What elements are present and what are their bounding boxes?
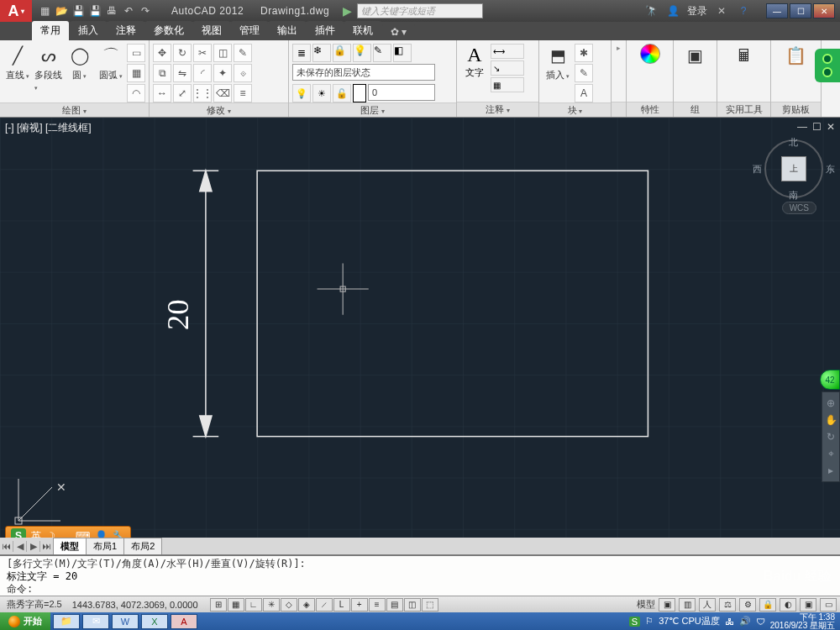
help-search-input[interactable]: 键入关键字或短语 [357, 3, 483, 18]
save-icon[interactable]: 💾 [71, 3, 86, 18]
tray-shield-icon[interactable]: 🛡 [756, 617, 765, 627]
side-bubble[interactable]: 42 [820, 370, 840, 390]
status-ws-icon[interactable]: ⚙ [739, 598, 756, 612]
polyline-button[interactable]: ᔕ多段线 [34, 44, 64, 92]
status-layout-icon[interactable]: ▣ [659, 598, 675, 612]
calc-button[interactable]: 🖩 [729, 44, 759, 67]
leader-icon[interactable]: ↘ [491, 60, 524, 76]
command-window[interactable]: [多行文字(M)/文字(T)/角度(A)/水平(H)/垂直(V)/旋转(R)]:… [0, 554, 840, 596]
layer-off-icon[interactable]: 💡 [353, 44, 371, 62]
arc-button[interactable]: ⌒圆弧 [96, 44, 125, 81]
palette-icon[interactable] [640, 44, 660, 64]
ellipse-icon[interactable]: ◠ [127, 84, 145, 102]
stretch-icon[interactable]: ↔ [153, 84, 171, 102]
mirror-icon[interactable]: ⇋ [173, 64, 192, 82]
close-button[interactable]: ✕ [813, 3, 835, 18]
circle-button[interactable]: ◯圆 [66, 44, 95, 81]
status-lock-icon[interactable]: 🔒 [759, 598, 776, 612]
rectangle-icon[interactable]: ▭ [127, 44, 145, 62]
grid-toggle[interactable]: ▦ [228, 598, 244, 612]
exchange-icon[interactable]: ✕ [714, 3, 729, 18]
paste-button[interactable]: 📋 [781, 44, 811, 67]
canvas[interactable]: 20 [0, 118, 840, 564]
layer-color-swatch[interactable] [353, 84, 366, 102]
explode-icon[interactable]: ✦ [213, 64, 232, 82]
orbit-icon[interactable]: ↻ [827, 431, 835, 443]
rotate-icon[interactable]: ↻ [173, 44, 192, 62]
layer-current-combo[interactable]: 0 [368, 84, 435, 101]
sheet-layout1[interactable]: 布局1 [86, 538, 124, 555]
tray-vol-icon[interactable]: 🔊 [739, 616, 751, 627]
layer-match-icon[interactable]: ✎ [373, 44, 391, 62]
status-hw-icon[interactable]: ◐ [780, 598, 796, 612]
new-icon[interactable]: ▦ [37, 3, 52, 18]
move-icon[interactable]: ✥ [153, 44, 171, 62]
dyn-toggle[interactable]: + [351, 598, 368, 612]
view-cube[interactable]: 北 南 西 东 上 [764, 139, 823, 198]
attr-block-icon[interactable]: A [575, 84, 593, 102]
undo-icon[interactable]: ↶ [121, 3, 136, 18]
tab-online[interactable]: 联机 [344, 21, 381, 40]
tab-plugins[interactable]: 插件 [307, 21, 344, 40]
tab-parametric[interactable]: 参数化 [145, 21, 192, 40]
app-menu-button[interactable]: A [0, 0, 32, 22]
user-icon[interactable]: 👤 [665, 3, 680, 18]
layer-lock2-icon[interactable]: 🔓 [333, 84, 351, 102]
hatch-icon[interactable]: ▦ [127, 64, 145, 82]
redo-icon[interactable]: ↷ [138, 3, 153, 18]
qp-toggle[interactable]: ◫ [404, 598, 421, 612]
osnap-toggle[interactable]: ◇ [281, 598, 297, 612]
status-iso-icon[interactable]: ▣ [800, 598, 816, 612]
tab-insert[interactable]: 插入 [70, 21, 107, 40]
login-link[interactable]: 登录 [687, 4, 707, 18]
otrack-toggle[interactable]: ⟋ [316, 598, 333, 612]
copy-icon[interactable]: ⧉ [153, 64, 171, 82]
tray-flag-icon[interactable]: ⚐ [645, 616, 654, 627]
fillet-icon[interactable]: ◜ [193, 64, 212, 82]
tab-home[interactable]: 常用 [32, 21, 69, 40]
line-button[interactable]: ╱直线 [3, 44, 33, 81]
snap-toggle[interactable]: ⊞ [210, 598, 227, 612]
layer-iso-icon[interactable]: ◧ [393, 44, 412, 62]
help-icon[interactable]: ? [736, 3, 751, 18]
layer-lock-icon[interactable]: 🔒 [333, 44, 351, 62]
offset-icon[interactable]: ◫ [213, 44, 232, 62]
tab-extra-icon[interactable]: ✿ ▾ [382, 24, 415, 40]
task-autocad[interactable]: A [171, 614, 197, 629]
tpy-toggle[interactable]: ▤ [386, 598, 403, 612]
tray-clock[interactable]: 下午 1:38 2016/9/23 星期五 [770, 613, 835, 630]
status-scale-icon[interactable]: ⚖ [719, 598, 736, 612]
ducs-toggle[interactable]: L [333, 598, 350, 612]
open-icon[interactable]: 📂 [54, 3, 69, 18]
sheet-prev-icon[interactable]: ◀ [13, 541, 27, 552]
tray-sogou-icon[interactable]: S [629, 617, 640, 627]
sc-toggle[interactable]: ⬚ [422, 598, 438, 612]
status-clean-icon[interactable]: ▭ [820, 598, 837, 612]
status-space[interactable]: 模型 [637, 598, 655, 611]
text-button[interactable]: A文字 [460, 44, 489, 79]
showmotion-icon[interactable]: ▸ [828, 465, 833, 476]
status-ann-icon[interactable]: 人 [699, 598, 716, 612]
create-block-icon[interactable]: ✱ [575, 44, 593, 62]
edit-block-icon[interactable]: ✎ [575, 64, 593, 82]
modify-extra3-icon[interactable]: ≡ [234, 84, 252, 102]
pan-icon[interactable]: ✋ [825, 414, 837, 426]
saveas-icon[interactable]: 💾 [87, 3, 102, 18]
panel-collapsed[interactable]: ▸ [612, 40, 627, 117]
trim-icon[interactable]: ✂ [193, 44, 212, 62]
array-icon[interactable]: ⋮⋮ [193, 84, 212, 102]
tab-output[interactable]: 输出 [269, 21, 306, 40]
erase-icon[interactable]: ⌫ [213, 84, 232, 102]
wcs-badge[interactable]: WCS [782, 202, 816, 214]
zoom-extents-icon[interactable]: ⊕ [827, 397, 835, 409]
layer-props-icon[interactable]: ≣ [292, 44, 311, 62]
polar-toggle[interactable]: ✳ [263, 598, 280, 612]
tab-annotate[interactable]: 注释 [108, 21, 144, 40]
tray-net-icon[interactable]: 🖧 [725, 617, 734, 627]
start-button[interactable]: 开始 [0, 612, 50, 630]
minimize-button[interactable]: — [766, 3, 788, 18]
task-explorer[interactable]: 📁 [53, 614, 80, 629]
group-button[interactable]: ▣ [680, 44, 711, 67]
tab-manage[interactable]: 管理 [231, 21, 268, 40]
task-excel[interactable]: X [141, 614, 168, 629]
